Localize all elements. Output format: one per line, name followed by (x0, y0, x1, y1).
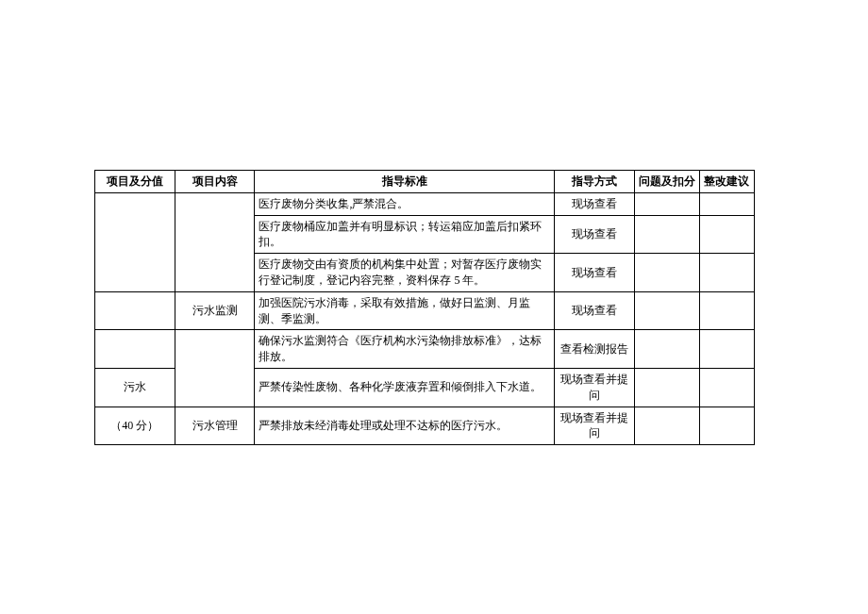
table-row: 确保污水监测符合《医疗机构水污染物排放标准》，达标排放。 查看检测报告 (95, 330, 755, 369)
header-method: 指导方式 (555, 171, 635, 193)
cell-advice (699, 215, 754, 254)
cell-advice (699, 192, 754, 215)
cell-category (95, 291, 175, 330)
cell-standard: 加强医院污水消毒，采取有效措施，做好日监测、月监测、季监测。 (255, 291, 555, 330)
header-content: 项目内容 (175, 171, 255, 193)
cell-standard: 严禁传染性废物、各种化学废液弃置和倾倒排入下水道。 (255, 368, 555, 407)
cell-standard: 医疗废物分类收集,严禁混合。 (255, 192, 555, 215)
table-row: （40 分） 污水管理 严禁排放未经消毒处理或处理不达标的医疗污水。 现场查看并… (95, 407, 755, 445)
table-row: 医疗废物分类收集,严禁混合。 现场查看 (95, 192, 755, 215)
cell-issue (634, 192, 699, 215)
cell-issue (634, 330, 699, 369)
cell-standard: 医疗废物交由有资质的机构集中处置；对暂存医疗废物实行登记制度，登记内容完整，资料… (255, 254, 555, 292)
cell-advice (699, 254, 754, 292)
cell-content (175, 330, 255, 407)
header-standard: 指导标准 (255, 171, 555, 193)
cell-issue (634, 368, 699, 407)
cell-advice (699, 291, 754, 330)
cell-advice (699, 407, 754, 445)
cell-content: 污水管理 (175, 407, 255, 445)
cell-standard: 严禁排放未经消毒处理或处理不达标的医疗污水。 (255, 407, 555, 445)
cell-category (95, 192, 175, 291)
table-row: 污水监测 加强医院污水消毒，采取有效措施，做好日监测、月监测、季监测。 现场查看 (95, 291, 755, 330)
cell-content (175, 192, 255, 291)
table-header-row: 项目及分值 项目内容 指导标准 指导方式 问题及扣分 整改建议 (95, 171, 755, 193)
header-issue: 问题及扣分 (634, 171, 699, 193)
cell-method: 现场查看 (555, 291, 635, 330)
cell-method: 现场查看 (555, 215, 635, 254)
cell-advice (699, 368, 754, 407)
cell-category (95, 330, 175, 369)
cell-content: 污水监测 (175, 291, 255, 330)
cell-issue (634, 215, 699, 254)
guidance-table: 项目及分值 项目内容 指导标准 指导方式 问题及扣分 整改建议 医疗废物分类收集… (94, 170, 755, 445)
cell-standard: 确保污水监测符合《医疗机构水污染物排放标准》，达标排放。 (255, 330, 555, 369)
cell-method: 现场查看并提问 (555, 407, 635, 445)
header-category: 项目及分值 (95, 171, 175, 193)
cell-method: 查看检测报告 (555, 330, 635, 369)
cell-advice (699, 330, 754, 369)
cell-method: 现场查看 (555, 192, 635, 215)
cell-category: 污水 (95, 368, 175, 407)
cell-standard: 医疗废物桶应加盖并有明显标识；转运箱应加盖后扣紧环扣。 (255, 215, 555, 254)
cell-issue (634, 291, 699, 330)
cell-method: 现场查看 (555, 254, 635, 292)
cell-issue (634, 407, 699, 445)
cell-method: 现场查看并提问 (555, 368, 635, 407)
cell-issue (634, 254, 699, 292)
header-advice: 整改建议 (699, 171, 754, 193)
cell-category: （40 分） (95, 407, 175, 445)
